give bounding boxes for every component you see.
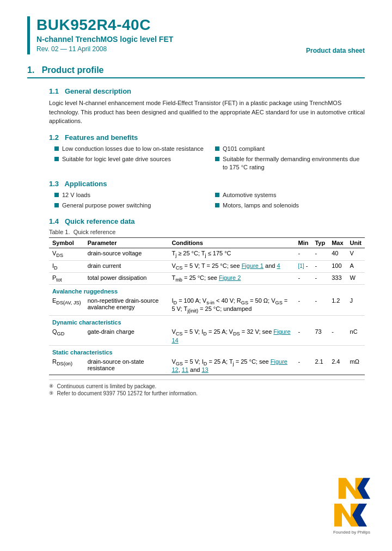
- subsection-1-1-title: 1.1 General description: [49, 87, 365, 95]
- feature-item-2: Q101 compliant: [215, 145, 365, 153]
- header-right: Product data sheet: [306, 47, 365, 54]
- figure-link[interactable]: Figure 12: [171, 358, 287, 373]
- bullet-icon: [215, 146, 219, 151]
- subsection-1-3: 1.3 Applications 12 V loads Automotive s…: [49, 180, 365, 210]
- cell-parameter: total power dissipation: [84, 272, 169, 284]
- product-subtitle: N-channel TrenchMOS logic level FET: [36, 35, 306, 44]
- product-title: BUK952R4-40C: [36, 16, 306, 34]
- figure-link[interactable]: Figure 2: [219, 274, 241, 281]
- applications-grid: 12 V loads Automotive systems General pu…: [54, 191, 365, 210]
- page: BUK952R4-40C N-channel TrenchMOS logic l…: [0, 0, 392, 551]
- datasheet-label: Product data sheet: [306, 47, 365, 54]
- subsection-1-4: 1.4 Quick reference data Table 1. Quick …: [49, 217, 365, 396]
- figure-link[interactable]: Figure 14: [171, 328, 290, 343]
- cell-max: 1.2: [328, 296, 346, 316]
- cell-min: -: [295, 296, 311, 316]
- features-grid: Low conduction losses due to low on-stat…: [54, 145, 365, 172]
- app-item-2: Automotive systems: [215, 191, 365, 199]
- cell-typ: 2.1: [311, 357, 328, 375]
- bullet-icon: [54, 193, 59, 197]
- cell-symbol: QGD: [49, 327, 84, 345]
- logo-svg: [333, 501, 370, 529]
- cell-unit: V: [347, 248, 365, 260]
- bullet-icon: [215, 193, 219, 197]
- logo-container: [333, 501, 370, 529]
- subsection-1-3-title: 1.3 Applications: [49, 180, 365, 188]
- cell-unit: W: [347, 272, 365, 284]
- cell-conditions: ID = 100 A; Vs-in < 40 V; RGS = 50 Ω; VG…: [168, 296, 295, 316]
- section-label: Dynamic characteristics: [49, 316, 365, 327]
- document-header: BUK952R4-40C N-channel TrenchMOS logic l…: [27, 16, 365, 54]
- feature-item-4: Suitable for thermally demanding environ…: [215, 155, 365, 172]
- col-unit: Unit: [347, 238, 365, 248]
- cell-min: -: [295, 357, 311, 375]
- cell-parameter: drain current: [84, 260, 169, 272]
- general-description-text: Logic level N-channel enhancement mode F…: [49, 99, 365, 126]
- cell-unit: nC: [347, 327, 365, 345]
- subsection-1-2: 1.2 Features and benefits Low conduction…: [49, 133, 365, 172]
- footnote-text-1: Continuous current is limited by package…: [57, 383, 157, 389]
- cell-max: 333: [328, 272, 346, 284]
- cell-parameter: drain-source voltage: [84, 248, 169, 260]
- cell-max: -: [328, 327, 346, 345]
- header-text-block: BUK952R4-40C N-channel TrenchMOS logic l…: [36, 16, 306, 53]
- figure-link[interactable]: Figure 1: [242, 262, 264, 269]
- table-row: Ptot total power dissipation Tmb = 25 °C…: [49, 272, 365, 284]
- cell-unit: A: [347, 260, 365, 272]
- cell-parameter: non-repetitive drain-source avalanche en…: [84, 296, 169, 316]
- figure-link[interactable]: 4: [277, 262, 280, 269]
- bullet-icon: [54, 157, 59, 161]
- cell-min: [1] -: [295, 260, 311, 272]
- cell-conditions: VCS = 5 V; T = 25 °C; see Figure 1 and 4: [168, 260, 295, 272]
- table-1-label: Table 1. Quick reference: [49, 229, 365, 235]
- cell-typ: -: [311, 248, 328, 260]
- subsection-1-4-title: 1.4 Quick reference data: [49, 217, 365, 225]
- cell-max: 2.4: [328, 357, 346, 375]
- subsection-1-1: 1.1 General description Logic level N-ch…: [49, 87, 365, 126]
- cell-conditions: VGS = 5 V; ID = 25 A; Tj = 25 °C; see Fi…: [168, 357, 295, 375]
- col-min: Min: [295, 238, 311, 248]
- header-accent-bar: [27, 16, 30, 54]
- subsection-1-2-title: 1.2 Features and benefits: [49, 133, 365, 142]
- nxp-tagline: Founded by Philips: [333, 530, 370, 535]
- footnote-2: ⑨ Refer to document 9397 750 12572 for f…: [49, 390, 365, 396]
- table-header-row: Symbol Parameter Conditions Min Typ Max …: [49, 238, 365, 248]
- table-row: RDS(on) drain-source on-state resistance…: [49, 357, 365, 375]
- cell-symbol: EDS(AV, JS): [49, 296, 84, 316]
- feature-item-1: Low conduction losses due to low on-stat…: [54, 145, 204, 153]
- figure-link[interactable]: 11: [182, 366, 188, 373]
- cell-symbol: Ptot: [49, 272, 84, 284]
- cell-conditions: VCS = 5 V; ID = 25 A; VDS = 32 V; see Fi…: [168, 327, 295, 345]
- cell-typ: -: [311, 272, 328, 284]
- col-max: Max: [328, 238, 346, 248]
- cell-parameter: gate-drain charge: [84, 327, 169, 345]
- cell-typ: 73: [311, 327, 328, 345]
- table-row: VDS drain-source voltage Tj ≥ 25 °C; Tj …: [49, 248, 365, 260]
- table-row: QGD gate-drain charge VCS = 5 V; ID = 25…: [49, 327, 365, 345]
- table-row: EDS(AV, JS) non-repetitive drain-source …: [49, 296, 365, 316]
- cell-unit: mΩ: [347, 357, 365, 375]
- bullet-icon: [215, 203, 219, 207]
- footnote-ref-1: ⑧: [49, 383, 55, 389]
- revision-info: Rev. 02 — 11 April 2008: [36, 45, 306, 53]
- cell-min: -: [295, 327, 311, 345]
- col-parameter: Parameter: [84, 238, 169, 248]
- table-section-row: Avalanche ruggedness: [49, 285, 365, 296]
- col-symbol: Symbol: [49, 238, 84, 248]
- figure-link[interactable]: 13: [201, 366, 208, 373]
- col-conditions: Conditions: [168, 238, 295, 248]
- cell-symbol: VDS: [49, 248, 84, 260]
- bullet-icon: [54, 146, 59, 151]
- section-1-header: 1. Product profile: [27, 65, 365, 78]
- section-label: Avalanche ruggedness: [49, 285, 365, 296]
- app-item-1: 12 V loads: [54, 191, 204, 199]
- cell-min: -: [295, 248, 311, 260]
- section-label: Static characteristics: [49, 345, 365, 357]
- cell-unit: J: [347, 296, 365, 316]
- table-section-row: Static characteristics: [49, 345, 365, 357]
- cell-typ: -: [311, 296, 328, 316]
- col-typ: Typ: [311, 238, 328, 248]
- cell-max: 100: [328, 260, 346, 272]
- bullet-icon: [215, 157, 219, 161]
- nxp-logo-svg: [338, 475, 370, 501]
